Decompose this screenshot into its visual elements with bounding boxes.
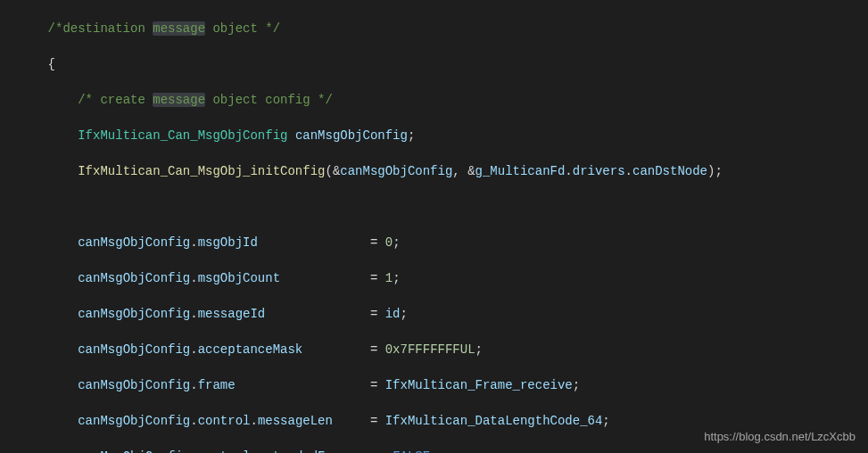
code-line: /*destination message object */	[18, 20, 850, 37]
comment-text: /* create message object config */	[78, 93, 333, 107]
code-line: {	[18, 55, 850, 73]
code-line: canMsgObjConfig.messageId = id;	[18, 305, 850, 323]
code-line	[18, 198, 850, 216]
code-line: canMsgObjConfig.control.messageLen = Ifx…	[18, 412, 850, 430]
code-line: canMsgObjConfig.control.extendedFrame = …	[18, 448, 850, 453]
code-editor[interactable]: /*destination message object */ { /* cre…	[0, 0, 868, 453]
comment-text: /*destination message object */	[48, 21, 280, 36]
code-line: /* create message object config */	[18, 91, 850, 109]
code-line: canMsgObjConfig.frame = IfxMultican_Fram…	[18, 376, 850, 394]
watermark-text: https://blog.csdn.net/LzcXcbb	[704, 428, 856, 446]
code-line: IfxMultican_Can_MsgObj_initConfig(&canMs…	[18, 162, 850, 180]
code-line: canMsgObjConfig.acceptanceMask = 0x7FFFF…	[18, 341, 850, 358]
code-line: IfxMultican_Can_MsgObjConfig canMsgObjCo…	[18, 127, 850, 144]
code-line: canMsgObjConfig.msgObjId = 0;	[18, 234, 850, 251]
code-line: canMsgObjConfig.msgObjCount = 1;	[18, 269, 850, 287]
